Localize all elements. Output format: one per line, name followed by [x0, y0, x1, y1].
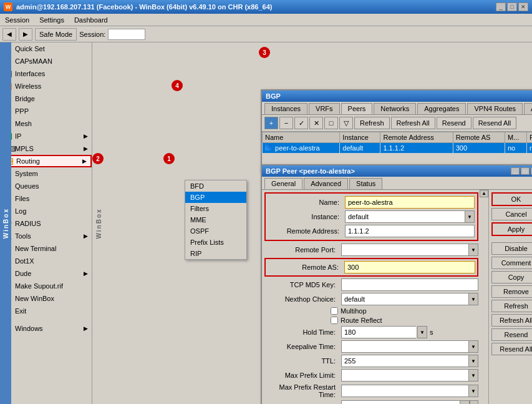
scroll-up-btn[interactable]: ▲ [480, 190, 488, 197]
maximize-btn[interactable]: □ [507, 2, 517, 11]
multihop-checkbox[interactable] [331, 307, 338, 315]
sidebar-item-windows[interactable]: ▤ Windows ▶ [0, 322, 92, 335]
remove-btn[interactable]: Remove [491, 285, 532, 298]
peer-tab-advanced[interactable]: Advanced [304, 178, 348, 189]
sidebar-item-ip[interactable]: IP IP ▶ [0, 130, 92, 142]
tab-advertisements[interactable]: Advertisements [524, 103, 532, 114]
bgp-check-btn[interactable]: ✓ [294, 117, 308, 129]
sidebar-item-radius[interactable]: 🔐 RADIUS [0, 217, 92, 230]
submenu-bfd[interactable]: BFD [185, 180, 246, 192]
sidebar-item-quick-set[interactable]: ⚡ Quick Set [0, 42, 92, 55]
refresh-all-btn[interactable]: Refresh All [491, 314, 532, 327]
menu-settings[interactable]: Settings [37, 16, 67, 24]
sidebar-item-mpls[interactable]: MPLS MPLS ▶ [0, 142, 92, 155]
bgp-resend-all-btn[interactable]: Resend All [473, 117, 517, 129]
remote-as-input[interactable] [344, 261, 475, 273]
sidebar-item-routing[interactable]: 🔀 Routing ▶ [0, 155, 92, 167]
keepalive-input[interactable] [341, 340, 468, 353]
copy-btn[interactable]: Copy [491, 271, 532, 283]
submenu-ospf[interactable]: OSPF [185, 225, 246, 237]
bgp-remove-btn[interactable]: − [279, 117, 293, 129]
sidebar-item-system[interactable]: ⚙ System [0, 167, 92, 180]
resend-btn[interactable]: Resend [491, 328, 532, 341]
remote-port-input[interactable] [341, 244, 468, 256]
peer-maximize-btn[interactable]: □ [521, 167, 530, 175]
table-row[interactable]: peer-to-alestra default 1.1.1.2 300 no n… [263, 143, 533, 154]
sidebar-item-tools[interactable]: 🔧 Tools ▶ [0, 230, 92, 242]
bgp-refresh-all-btn[interactable]: Refresh All [391, 117, 435, 129]
peer-tab-status[interactable]: Status [349, 178, 382, 189]
ok-btn[interactable]: OK [491, 192, 532, 206]
peer-minimize-btn[interactable]: _ [511, 167, 520, 175]
sidebar-item-log[interactable]: 📋 Log [0, 205, 92, 217]
submenu-mme[interactable]: MME [185, 214, 246, 225]
apply-btn[interactable]: Apply [491, 222, 532, 236]
sidebar-item-make-supout[interactable]: 📄 Make Supout.rif [0, 280, 92, 292]
close-btn[interactable]: ✕ [518, 2, 528, 11]
bgp-filter-btn[interactable]: ▽ [339, 117, 353, 129]
max-prefix-restart-input[interactable] [341, 385, 468, 397]
name-input[interactable] [345, 196, 475, 209]
sidebar-item-new-terminal[interactable]: ▶ New Terminal [0, 242, 92, 255]
menu-dashboard[interactable]: Dashboard [72, 16, 110, 24]
submenu-filters[interactable]: Filters [185, 203, 246, 214]
submenu-prefix-lists[interactable]: Prefix Lists [185, 237, 246, 248]
in-filter-input[interactable] [341, 400, 460, 404]
tab-vrfs[interactable]: VRFs [309, 103, 340, 114]
tab-networks[interactable]: Networks [374, 103, 416, 114]
submenu-rip[interactable]: RIP [185, 248, 246, 259]
menu-session[interactable]: Session [2, 16, 32, 24]
bgp-cross-btn[interactable]: ✕ [309, 117, 323, 129]
tab-instances[interactable]: Instances [264, 103, 307, 114]
tab-aggregates[interactable]: Aggregates [417, 103, 466, 114]
sidebar-item-queues[interactable]: ≡ Queues [0, 180, 92, 192]
session-input[interactable] [108, 29, 145, 40]
ttl-input[interactable] [341, 355, 468, 367]
safe-mode-btn[interactable]: Safe Mode [35, 28, 77, 41]
comment-btn[interactable]: Comment [491, 257, 532, 269]
submenu-bgp[interactable]: BGP [185, 192, 246, 203]
forward-btn[interactable]: ▶ [19, 28, 32, 41]
sidebar-item-wireless[interactable]: 📶 Wireless [0, 80, 92, 92]
in-filter-dropdown-btn[interactable]: ▼ [460, 400, 470, 404]
sidebar-item-exit[interactable]: ✕ Exit [0, 305, 92, 317]
nexthop-input[interactable] [341, 293, 468, 305]
nexthop-dropdown-btn[interactable]: ▼ [468, 293, 478, 305]
hold-time-input[interactable] [341, 326, 416, 338]
back-btn[interactable]: ◀ [2, 28, 16, 41]
resend-all-btn[interactable]: Resend All [491, 343, 532, 355]
bgp-resend-btn[interactable]: Resend [437, 117, 472, 129]
max-prefix-restart-dropdown-btn[interactable]: ▼ [468, 385, 478, 397]
max-prefix-dropdown-btn[interactable]: ▼ [468, 369, 478, 382]
bgp-add-btn[interactable]: + [264, 117, 278, 129]
sidebar-item-ppp[interactable]: ⚬ PPP [0, 105, 92, 117]
instance-input[interactable] [345, 210, 465, 223]
sidebar-item-files[interactable]: 📁 Files [0, 192, 92, 205]
instance-dropdown-btn[interactable]: ▼ [465, 210, 475, 223]
sidebar-item-bridge[interactable]: ⛓ Bridge [0, 92, 92, 105]
tab-peers[interactable]: Peers [341, 103, 373, 114]
peer-tab-general[interactable]: General [264, 178, 302, 189]
minimize-btn[interactable]: _ [496, 2, 506, 11]
remote-address-input[interactable] [345, 225, 475, 237]
disable-btn[interactable]: Disable [491, 242, 532, 255]
tcp-md5-input[interactable] [341, 278, 478, 291]
tab-vpn4-routes[interactable]: VPN4 Routes [467, 103, 523, 114]
max-prefix-input[interactable] [341, 369, 468, 382]
ttl-dropdown-btn[interactable]: ▼ [468, 355, 478, 367]
refresh-btn[interactable]: Refresh [491, 300, 532, 312]
sidebar-item-interfaces[interactable]: ⬛ Interfaces [0, 67, 92, 80]
bgp-refresh-btn[interactable]: Refresh [354, 117, 390, 129]
hold-time-dropdown-btn[interactable]: ▼ [417, 326, 427, 338]
remote-port-dropdown-btn[interactable]: ▼ [468, 244, 478, 256]
sidebar-item-dude[interactable]: ◉ Dude ▶ [0, 267, 92, 280]
sidebar-item-dot1x[interactable]: ● Dot1X [0, 255, 92, 267]
keepalive-dropdown-btn[interactable]: ▼ [468, 340, 478, 353]
route-reflect-checkbox[interactable] [331, 317, 338, 324]
cancel-btn[interactable]: Cancel [491, 208, 532, 220]
sidebar-item-capsman[interactable]: ▣ CAPsMAAN [0, 55, 92, 67]
sidebar-item-new-winbox[interactable]: 🖥 New WinBox [0, 292, 92, 305]
sidebar-item-mesh[interactable]: ✦ Mesh [0, 117, 92, 130]
in-filter-scroll-btn[interactable]: ▼ [470, 400, 478, 404]
bgp-copy-btn[interactable]: □ [324, 117, 338, 129]
